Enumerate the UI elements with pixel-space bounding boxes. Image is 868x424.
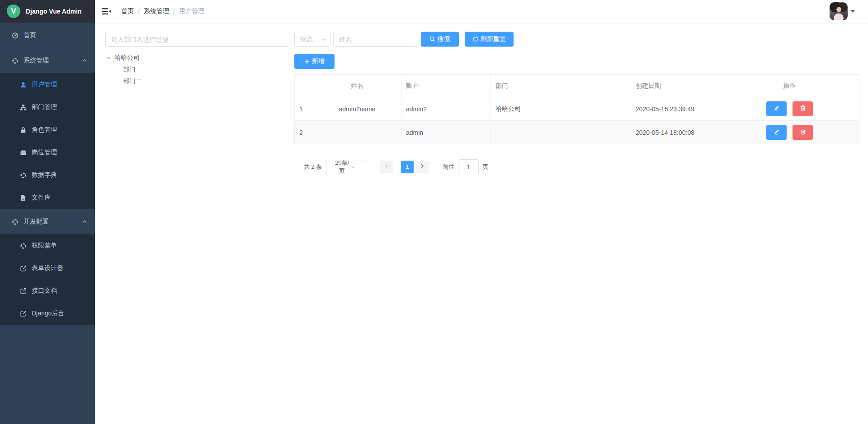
sidebar-item-label: 系统管理: [24, 57, 49, 65]
chevron-up-icon: [82, 59, 87, 63]
lock-icon: [19, 126, 27, 133]
dept-tree-panel: 哈哈公司 部门一部门二: [105, 32, 289, 174]
search-button[interactable]: 搜索: [421, 32, 459, 47]
chevron-down-icon: [321, 37, 326, 42]
caret-expanded-icon[interactable]: [105, 57, 112, 60]
sidebar-item-user-management[interactable]: 用户管理: [0, 73, 95, 96]
cell-name: [313, 121, 401, 144]
tree-node-label: 部门一: [123, 66, 142, 74]
sidebar-item-file-library[interactable]: 文件库: [0, 186, 95, 209]
briefcase-icon: [19, 149, 27, 156]
goto-page-input[interactable]: [458, 159, 479, 174]
breadcrumb-item[interactable]: 系统管理: [144, 7, 169, 15]
page-size-label: 20条/页: [333, 159, 350, 175]
sidebar-item-api-docs[interactable]: 接口文档: [0, 280, 95, 302]
external-link-icon: [19, 265, 27, 272]
file-icon: [19, 194, 27, 201]
sidebar-item-form-designer[interactable]: 表单设计器: [0, 257, 95, 280]
table-row: 2admin2020-05-14 18:00:08: [295, 121, 859, 144]
sidebar-item-system-management[interactable]: 系统管理: [0, 48, 95, 73]
sidebar-item-post-management[interactable]: 岗位管理: [0, 141, 95, 164]
sidebar-item-label: 用户管理: [32, 81, 57, 89]
tree-node-root[interactable]: 哈哈公司: [105, 52, 289, 64]
content: 哈哈公司 部门一部门二 状态: [95, 23, 868, 174]
sidebar-item-data-dictionary[interactable]: 数据字典: [0, 164, 95, 186]
chevron-down-icon: [350, 164, 368, 170]
page-unit-label: 页: [482, 163, 488, 171]
sidebar-item-dev-config[interactable]: 开发配置: [0, 209, 95, 234]
next-page-button[interactable]: [416, 161, 429, 173]
sidebar-item-label: 部门管理: [32, 103, 57, 111]
component-icon: [19, 172, 27, 179]
pagination-total: 共 2 条: [304, 163, 322, 171]
cell-index: 2: [295, 121, 313, 144]
dept-filter-input[interactable]: [105, 32, 289, 47]
edit-button[interactable]: [766, 101, 787, 116]
logo[interactable]: V Django Vue Admin: [0, 0, 95, 23]
column-header: 部门: [491, 75, 631, 97]
avatar[interactable]: [830, 2, 848, 20]
sidebar-item-home[interactable]: 首页: [0, 23, 95, 48]
table-header-row: 姓名账户部门创建日期操作: [295, 75, 859, 97]
breadcrumb-separator: /: [138, 8, 140, 15]
component-icon: [19, 242, 27, 249]
search-button-label: 搜索: [438, 35, 450, 43]
tree-node[interactable]: 部门二: [105, 76, 289, 87]
user-table: 姓名账户部门创建日期操作 1admin2nameadmin2哈哈公司2020-0…: [294, 74, 859, 144]
cell-created: 2020-05-14 18:00:08: [631, 121, 720, 144]
cell-index: 1: [295, 97, 313, 121]
column-header: [295, 75, 313, 97]
sidebar-item-label: 接口文档: [32, 287, 57, 295]
vue-logo-icon: V: [7, 5, 20, 18]
sidebar-item-label: 岗位管理: [32, 148, 57, 157]
dept-tree: 哈哈公司 部门一部门二: [105, 52, 289, 87]
cell-actions: [720, 97, 859, 121]
delete-button[interactable]: [793, 125, 813, 140]
tree-node[interactable]: 部门一: [105, 64, 289, 76]
user-menu[interactable]: [830, 2, 855, 20]
main-area: 首页/系统管理/用户管理 哈哈公司 部门一部门二: [95, 0, 868, 424]
cell-dept: [491, 121, 631, 144]
edit-icon: [774, 105, 780, 113]
edit-button[interactable]: [766, 125, 787, 140]
pagination: 共 2 条 20条/页 1: [304, 159, 859, 174]
hamburger-icon[interactable]: [102, 7, 111, 16]
sidebar-item-role-management[interactable]: 角色管理: [0, 119, 95, 141]
page-size-select[interactable]: 20条/页: [326, 161, 371, 173]
delete-button[interactable]: [793, 101, 813, 116]
sidebar-menu: 首页系统管理用户管理部门管理角色管理岗位管理数据字典文件库开发配置权限菜单表单设…: [0, 23, 95, 325]
reset-button[interactable]: 刷新重置: [465, 32, 514, 47]
prev-page-button[interactable]: [380, 161, 393, 173]
name-filter-input[interactable]: [333, 32, 418, 47]
column-header: 创建日期: [631, 75, 720, 97]
user-table-panel: 状态 搜索: [294, 32, 859, 174]
refresh-icon: [472, 36, 478, 42]
table-row: 1admin2nameadmin2哈哈公司2020-05-16 23:39:49: [295, 97, 859, 121]
breadcrumb-item[interactable]: 首页: [121, 7, 134, 15]
breadcrumb: 首页/系统管理/用户管理: [121, 7, 204, 15]
external-link-icon: [19, 287, 27, 295]
column-header: 操作: [720, 75, 859, 97]
cell-created: 2020-05-16 23:39:49: [631, 97, 720, 121]
sidebar-item-label: 表单设计器: [32, 264, 63, 272]
cell-name: admin2name: [313, 97, 401, 121]
cell-dept: 哈哈公司: [491, 97, 631, 121]
submenu-system-management: 用户管理部门管理角色管理岗位管理数据字典文件库: [0, 73, 95, 209]
sidebar-item-django-admin[interactable]: Django后台: [0, 302, 95, 325]
tree-node-label: 部门二: [123, 77, 142, 86]
filter-row: 状态 搜索: [294, 32, 859, 47]
sidebar-item-dept-management[interactable]: 部门管理: [0, 96, 95, 119]
sidebar-item-label: Django后台: [32, 310, 64, 318]
chevron-up-icon: [82, 220, 87, 224]
add-user-button[interactable]: 新增: [294, 54, 335, 69]
cell-account: admin: [401, 121, 491, 144]
page-number-button[interactable]: 1: [401, 161, 414, 173]
sidebar-item-label: 权限菜单: [32, 242, 57, 250]
status-select[interactable]: 状态: [294, 32, 330, 47]
sidebar-item-permission-menu[interactable]: 权限菜单: [0, 234, 95, 257]
tree-node-label: 哈哈公司: [114, 54, 140, 62]
caret-down-icon: [850, 10, 855, 13]
sidebar: V Django Vue Admin 首页系统管理用户管理部门管理角色管理岗位管…: [0, 0, 95, 424]
cell-actions: [720, 121, 859, 144]
submenu-dev-config: 权限菜单表单设计器接口文档Django后台: [0, 234, 95, 325]
